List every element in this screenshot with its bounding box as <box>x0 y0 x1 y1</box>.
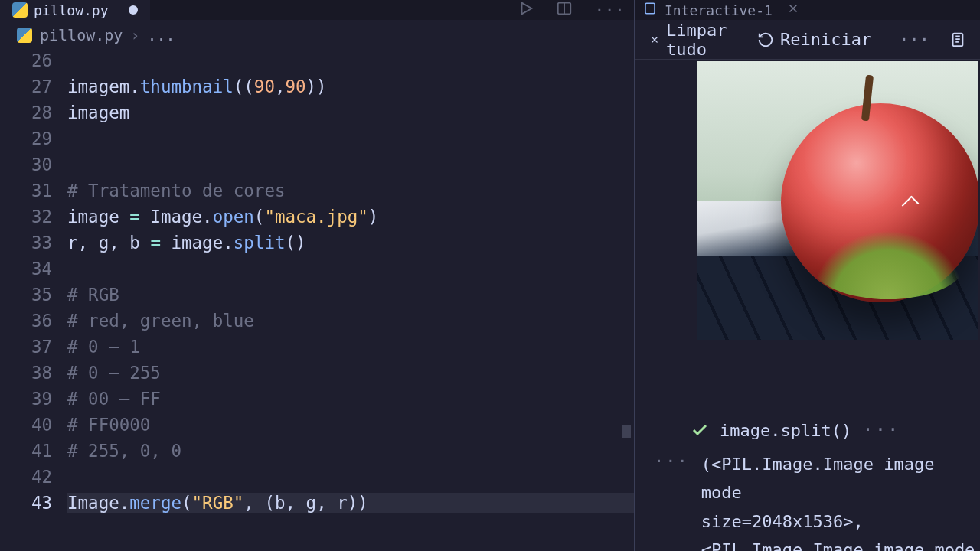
interactive-file-icon <box>643 2 657 18</box>
more-icon[interactable]: ··· <box>893 27 936 52</box>
breadcrumb[interactable]: pillow.py › ... <box>0 20 634 51</box>
interactive-tab-label[interactable]: Interactive-1 <box>665 2 773 18</box>
close-icon[interactable] <box>786 2 800 18</box>
code-line[interactable]: 32image = Image.open("maca.jpg") <box>0 207 634 233</box>
code-line[interactable]: 35# RGB <box>0 285 634 311</box>
code-line[interactable]: 34 <box>0 259 634 285</box>
line-number: 30 <box>0 155 67 174</box>
line-number: 31 <box>0 181 67 201</box>
code-editor[interactable]: 2627imagem.thumbnail((90,90))28imagem293… <box>0 51 634 551</box>
line-number: 36 <box>0 311 67 331</box>
line-number: 29 <box>0 129 67 148</box>
breadcrumb-file: pillow.py <box>40 26 122 44</box>
more-icon[interactable]: ··· <box>594 1 625 20</box>
code-line[interactable]: 37# 0 – 1 <box>0 337 634 363</box>
restart-label: Reiniciar <box>780 30 871 49</box>
code-content[interactable]: # FF0000 <box>67 415 634 435</box>
python-icon <box>17 28 32 43</box>
code-line[interactable]: 30 <box>0 155 634 181</box>
output-image-apple <box>697 61 978 340</box>
interactive-toolbar: Limpar tudo Reiniciar ··· <box>635 20 980 60</box>
code-content[interactable]: # 00 – FF <box>67 389 634 409</box>
line-number: 38 <box>0 363 67 383</box>
code-content[interactable]: image = Image.open("maca.jpg") <box>67 207 634 227</box>
editor-tab-strip: pillow.py ··· <box>0 0 634 20</box>
clear-all-label: Limpar tudo <box>666 21 737 59</box>
code-line[interactable]: 27imagem.thumbnail((90,90)) <box>0 77 634 103</box>
code-line[interactable]: 28imagem <box>0 103 634 129</box>
editor-pane: pillow.py ··· pillow.py › ... <box>0 0 635 551</box>
code-line[interactable]: 29 <box>0 129 634 155</box>
line-number: 37 <box>0 337 67 357</box>
code-content[interactable]: # 255, 0, 0 <box>67 441 634 461</box>
line-number: 40 <box>0 415 67 435</box>
line-number: 32 <box>0 207 67 227</box>
code-line[interactable]: 31# Tratamento de cores <box>0 181 634 207</box>
line-number: 43 <box>0 493 67 513</box>
interactive-pane: Interactive-1 Limpar tudo Reiniciar ··· <box>635 0 980 551</box>
cell-output: ··· (<PIL.Image.Image image modesize=204… <box>635 450 980 551</box>
run-icon[interactable] <box>518 0 534 20</box>
editor-tab-pillow[interactable]: pillow.py <box>0 0 150 20</box>
python-icon <box>12 2 28 18</box>
code-line[interactable]: 33r, g, b = image.split() <box>0 233 634 259</box>
code-line[interactable]: 26 <box>0 51 634 77</box>
check-icon <box>691 421 709 439</box>
clear-all-button[interactable]: Limpar tudo <box>643 18 743 62</box>
code-content[interactable]: Image.merge("RGB", (b, g, r)) <box>67 493 634 513</box>
mouse-cursor-icon <box>905 197 916 211</box>
minimap-scroll-thumb[interactable] <box>622 425 631 438</box>
code-content[interactable]: imagem.thumbnail((90,90)) <box>67 77 634 96</box>
code-content[interactable]: # RGB <box>67 285 634 305</box>
variables-icon[interactable] <box>943 28 972 51</box>
breadcrumb-rest: ... <box>147 26 175 44</box>
output-marker: ··· <box>654 450 689 551</box>
line-number: 26 <box>0 51 67 70</box>
line-number: 34 <box>0 259 67 279</box>
cell-header[interactable]: image.split() ··· <box>691 419 980 441</box>
cell-output-text: (<PIL.Image.Image image modesize=2048x15… <box>701 450 980 551</box>
code-content[interactable]: # Tratamento de cores <box>67 181 634 201</box>
line-number: 42 <box>0 467 67 487</box>
line-number: 33 <box>0 233 67 253</box>
restart-button[interactable]: Reiniciar <box>751 27 877 52</box>
code-line[interactable]: 40# FF0000 <box>0 415 634 441</box>
line-number: 28 <box>0 103 67 122</box>
code-line[interactable]: 36# red, green, blue <box>0 311 634 337</box>
code-line[interactable]: 43Image.merge("RGB", (b, g, r)) <box>0 493 634 519</box>
code-line[interactable]: 42 <box>0 467 634 493</box>
code-content[interactable]: r, g, b = image.split() <box>67 233 634 253</box>
line-number: 39 <box>0 389 67 409</box>
cell-expression: image.split() <box>720 421 851 440</box>
line-number: 27 <box>0 77 67 96</box>
line-number: 41 <box>0 441 67 461</box>
split-editor-icon[interactable] <box>556 0 573 20</box>
cell-ellipsis: ··· <box>862 419 900 441</box>
svg-rect-1 <box>645 3 655 14</box>
breadcrumb-separator: › <box>130 26 139 44</box>
code-content[interactable]: imagem <box>67 103 634 122</box>
code-content[interactable]: # 0 – 1 <box>67 337 634 357</box>
interactive-body: image.split() ··· ··· (<PIL.Image.Image … <box>635 60 980 551</box>
code-line[interactable]: 38# 0 – 255 <box>0 363 634 389</box>
line-number: 35 <box>0 285 67 305</box>
tab-dirty-indicator[interactable] <box>129 5 138 15</box>
code-line[interactable]: 39# 00 – FF <box>0 389 634 415</box>
editor-tab-label: pillow.py <box>34 2 109 18</box>
code-content[interactable]: # red, green, blue <box>67 311 634 331</box>
code-line[interactable]: 41# 255, 0, 0 <box>0 441 634 467</box>
code-content[interactable]: # 0 – 255 <box>67 363 634 383</box>
